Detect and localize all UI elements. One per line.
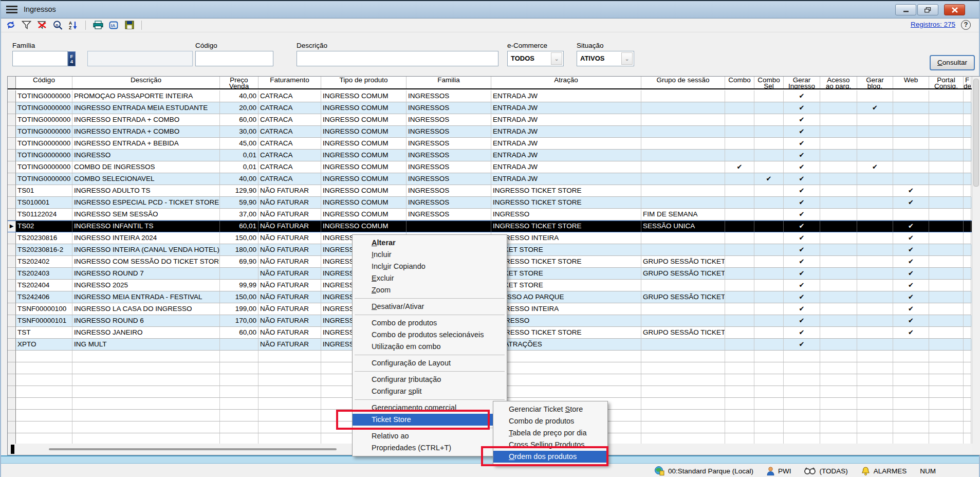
consultar-button[interactable]: Consultar	[930, 55, 975, 70]
cell-gerar-ingresso[interactable]: ✔	[784, 138, 820, 150]
cell-combo-sel[interactable]	[754, 197, 784, 209]
cell-grupo[interactable]	[641, 173, 725, 185]
cell-acesso-parque[interactable]	[820, 221, 857, 232]
cell-descricao[interactable]: INGRESSO SEM SESSÃO	[72, 209, 220, 221]
cell-acesso-parque[interactable]	[820, 256, 857, 268]
cell-familia[interactable]: INGRESSOS	[406, 185, 491, 197]
cell-familia[interactable]: INGRESSOS	[406, 173, 491, 185]
familia-input[interactable]	[12, 51, 68, 66]
menu-item-configurar-tributa-o[interactable]: Configurar tributação	[353, 374, 507, 386]
cell-portal-consig[interactable]	[929, 161, 964, 173]
cell-descricao[interactable]: INGRESSO	[72, 150, 220, 161]
cell-combo[interactable]	[725, 256, 754, 268]
cell-combo-sel[interactable]	[754, 114, 784, 126]
cell-gerar-bloq[interactable]	[857, 256, 893, 268]
cell-codigo[interactable]: TS202403	[16, 268, 72, 280]
cell-acesso-parque[interactable]	[820, 339, 857, 351]
cell-combo[interactable]	[725, 150, 754, 161]
cell-grupo[interactable]	[641, 161, 725, 173]
cell-codigo[interactable]: TOTING0000000	[16, 173, 72, 185]
cell-gerar-bloq[interactable]: ✔	[857, 161, 893, 173]
cell-faturamento[interactable]: CATRACA	[258, 102, 321, 114]
menu-item-relativo-ao[interactable]: Relativo ao►	[353, 430, 507, 442]
cell-preco[interactable]: 0,01	[220, 161, 258, 173]
cell-portal-consig[interactable]	[929, 90, 964, 102]
cell-combo[interactable]	[725, 268, 754, 280]
cell-web[interactable]: ✔	[893, 256, 929, 268]
cell-gerar-ingresso[interactable]: ✔	[784, 244, 820, 256]
cell-preco[interactable]: 60,00	[220, 327, 258, 339]
clear-filter-button[interactable]	[35, 19, 49, 31]
cell-web[interactable]	[893, 138, 929, 150]
cell-grupo[interactable]	[641, 339, 725, 351]
menu-item-zoom[interactable]: Zoom	[353, 284, 507, 296]
cell-preco[interactable]: 180,00	[220, 244, 258, 256]
cell-combo-sel[interactable]	[754, 150, 784, 161]
cell-codigo[interactable]: TS242406	[16, 291, 72, 303]
cell-combo[interactable]	[725, 185, 754, 197]
cell-combo-sel[interactable]	[754, 244, 784, 256]
cell-grupo[interactable]	[641, 138, 725, 150]
column-header[interactable]: Descrição	[72, 77, 220, 88]
cell-faturamento[interactable]: NÃO FATURAR	[258, 268, 321, 280]
cell-extra[interactable]	[964, 291, 971, 303]
cell-preco[interactable]: 40,00	[220, 173, 258, 185]
cell-combo-sel[interactable]	[754, 138, 784, 150]
cell-atracao[interactable]: ENTRADA JW	[491, 138, 641, 150]
cell-extra[interactable]	[964, 185, 971, 197]
cell-extra[interactable]	[964, 232, 971, 244]
column-header[interactable]: Web	[893, 77, 929, 88]
cell-gerar-ingresso[interactable]: ✔	[784, 315, 820, 327]
cell-web[interactable]	[893, 90, 929, 102]
cell-web[interactable]	[893, 209, 929, 221]
cell-grupo[interactable]: GRUPO SESSÃO TICKET STORE	[641, 327, 725, 339]
cell-codigo[interactable]: TS02	[16, 221, 72, 232]
cell-extra[interactable]	[964, 90, 971, 102]
cell-gerar-bloq[interactable]	[857, 126, 893, 138]
cell-gerar-bloq[interactable]	[857, 280, 893, 291]
cell-web[interactable]: ✔	[893, 327, 929, 339]
sort-az-button[interactable]: A Z	[67, 19, 80, 31]
column-header[interactable]: F de	[964, 77, 971, 88]
cell-portal-consig[interactable]	[929, 173, 964, 185]
cell-descricao[interactable]: INGRESSO ENTRADA + COMBO	[72, 126, 220, 138]
column-header[interactable]: Grupo de sessão	[641, 77, 725, 88]
cell-grupo[interactable]	[641, 102, 725, 114]
cell-combo-sel[interactable]	[754, 268, 784, 280]
cell-preco[interactable]: 20,00	[220, 102, 258, 114]
cell-combo-sel[interactable]	[754, 339, 784, 351]
cell-web[interactable]: ✔	[893, 280, 929, 291]
cell-combo-sel[interactable]	[754, 90, 784, 102]
cell-portal-consig[interactable]	[929, 185, 964, 197]
cell-extra[interactable]	[964, 268, 971, 280]
cell-extra[interactable]	[964, 197, 971, 209]
cell-combo-sel[interactable]	[754, 126, 784, 138]
cell-gerar-bloq[interactable]: ✔	[857, 102, 893, 114]
cell-gerar-bloq[interactable]	[857, 221, 893, 232]
cell-web[interactable]: ✔	[893, 315, 929, 327]
cell-familia[interactable]	[406, 221, 491, 232]
cell-combo[interactable]	[725, 244, 754, 256]
cell-gerar-ingresso[interactable]: ✔	[784, 327, 820, 339]
cell-combo[interactable]	[725, 339, 754, 351]
submenu-item-combo-de-produtos[interactable]: Combo de produtos	[493, 415, 607, 427]
codigo-input[interactable]	[195, 51, 273, 66]
cell-combo[interactable]	[725, 126, 754, 138]
cell-preco[interactable]: 99,99	[220, 280, 258, 291]
cell-gerar-ingresso[interactable]: ✔	[784, 291, 820, 303]
cell-extra[interactable]	[964, 126, 971, 138]
cell-portal-consig[interactable]	[929, 221, 964, 232]
situacao-select[interactable]: ATIVOS ⌄	[577, 51, 634, 66]
cell-familia[interactable]: INGRESSOS	[406, 161, 491, 173]
cell-gerar-ingresso[interactable]: ✔	[784, 209, 820, 221]
cell-grupo[interactable]	[641, 150, 725, 161]
cell-web[interactable]: ✔	[893, 268, 929, 280]
cell-atracao[interactable]: TICKET STORE	[491, 244, 641, 256]
cell-descricao[interactable]: INGRESSO ADULTO TS	[72, 185, 220, 197]
cell-descricao[interactable]: COMBO DE INGRESSOS	[72, 161, 220, 173]
cell-tipo[interactable]: INGRESSO COMUM	[321, 114, 406, 126]
column-header[interactable]: Preço Venda	[220, 77, 258, 88]
cell-preco[interactable]: 45,00	[220, 138, 258, 150]
cell-combo-sel[interactable]	[754, 209, 784, 221]
cell-preco[interactable]: 59,90	[220, 197, 258, 209]
